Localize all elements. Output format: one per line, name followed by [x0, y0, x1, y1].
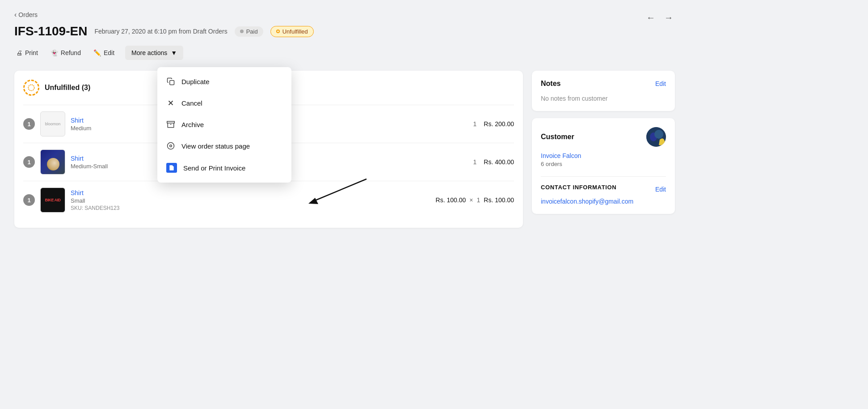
unfulfilled-label: Unfulfilled [282, 28, 308, 35]
item-qty-badge-3: 1 [23, 194, 35, 206]
customer-orders: 6 orders [541, 161, 562, 167]
refund-icon: 👻 [51, 49, 58, 56]
print-label: Print [25, 49, 38, 56]
archive-label: Archive [181, 121, 204, 128]
item-qty-3: 1 [476, 196, 480, 204]
more-actions-chevron-icon: ▼ [171, 49, 177, 56]
customer-name-link[interactable]: Invoice Falcon [541, 152, 666, 159]
customer-avatar [646, 127, 666, 147]
item-qty-badge-1: 1 [23, 118, 35, 130]
archive-menu-item[interactable]: Archive [157, 114, 291, 135]
order-item-3: 1 BIKE AID Shirt Small SKU: SANDESH123 R… [23, 181, 514, 219]
more-actions-button[interactable]: More actions ▼ [125, 46, 183, 60]
item-total-3: Rs. 100.00 [484, 196, 514, 204]
duplicate-menu-item[interactable]: Duplicate [157, 71, 291, 92]
archive-icon [166, 120, 175, 129]
customer-card: Customer Invoice Falcon 6 orders C [532, 118, 675, 214]
notes-empty-text: No notes from customer [541, 95, 607, 102]
send-invoice-menu-item[interactable]: Send or Print Invoice [157, 157, 291, 179]
more-actions-label: More actions [131, 49, 167, 56]
more-actions-dropdown: Duplicate Cancel Archive [157, 67, 291, 183]
edit-icon: ✏️ [93, 49, 101, 56]
item-image-1: bloomon [40, 111, 65, 136]
back-chevron-icon: ‹ [14, 11, 17, 19]
contact-edit-button[interactable]: Edit [655, 186, 666, 193]
item-qty-2: 1 [473, 158, 476, 166]
view-status-icon [166, 141, 175, 150]
print-button[interactable]: 🖨 Print [14, 47, 40, 59]
unfulfilled-circle-icon [276, 30, 280, 33]
refund-button[interactable]: 👻 Refund [49, 47, 83, 59]
cancel-label: Cancel [181, 99, 202, 107]
back-to-orders[interactable]: ‹ Orders [14, 11, 675, 19]
duplicate-icon [166, 77, 175, 86]
svg-point-14 [654, 130, 663, 139]
svg-rect-3 [167, 121, 175, 123]
back-label: Orders [18, 11, 38, 18]
item-unit-price-3: Rs. 100.00 [436, 196, 466, 204]
cancel-icon [166, 98, 175, 107]
send-invoice-icon [166, 163, 177, 173]
svg-point-6 [170, 145, 172, 147]
svg-point-11 [28, 85, 34, 90]
order-meta: February 27, 2020 at 6:10 pm from Draft … [94, 28, 227, 35]
cancel-menu-item[interactable]: Cancel [157, 92, 291, 114]
paid-label: Paid [246, 28, 258, 35]
duplicate-label: Duplicate [181, 78, 210, 85]
prev-order-button[interactable]: ← [645, 11, 657, 25]
notes-card: Notes Edit No notes from customer [532, 71, 675, 111]
send-invoice-label: Send or Print Invoice [183, 164, 245, 172]
paid-badge: Paid [235, 26, 263, 37]
toolbar: 🖨 Print 👻 Refund ✏️ Edit More actions ▼ … [14, 46, 675, 60]
svg-point-5 [168, 143, 174, 149]
notes-edit-button[interactable]: Edit [655, 80, 666, 87]
order-id: IFS-1109-EN [14, 24, 87, 38]
item-sku-3: SKU: SANDESH123 [71, 205, 430, 211]
edit-label: Edit [104, 49, 114, 56]
unfulfilled-status-icon [23, 80, 39, 96]
item-multiply-3: × [469, 196, 473, 204]
unfulfilled-title: Unfulfilled (3) [45, 84, 90, 92]
item-image-2 [40, 149, 65, 175]
view-status-label: View order status page [181, 142, 250, 150]
item-image-3: BIKE AID [40, 187, 65, 213]
item-qty-badge-2: 1 [23, 156, 35, 168]
unfulfilled-badge: Unfulfilled [270, 26, 314, 37]
item-qty-1: 1 [473, 120, 476, 128]
paid-dot-icon [240, 30, 244, 33]
item-details-3: Shirt Small SKU: SANDESH123 [71, 189, 430, 211]
item-total-1: Rs. 200.00 [484, 120, 514, 128]
item-variant-3: Small [71, 197, 430, 204]
print-icon: 🖨 [16, 49, 22, 56]
view-status-menu-item[interactable]: View order status page [157, 135, 291, 157]
next-order-button[interactable]: → [662, 11, 675, 25]
contact-info-title: CONTACT INFORMATION [541, 184, 616, 191]
edit-button[interactable]: ✏️ Edit [92, 47, 116, 59]
customer-title: Customer [541, 133, 574, 141]
contact-email-link[interactable]: invoicefalcon.shopify@gmail.com [541, 198, 633, 205]
item-total-2: Rs. 400.00 [484, 158, 514, 166]
svg-rect-0 [170, 81, 174, 85]
refund-label: Refund [61, 49, 81, 56]
item-name-3[interactable]: Shirt [71, 189, 430, 196]
notes-title: Notes [541, 80, 560, 88]
